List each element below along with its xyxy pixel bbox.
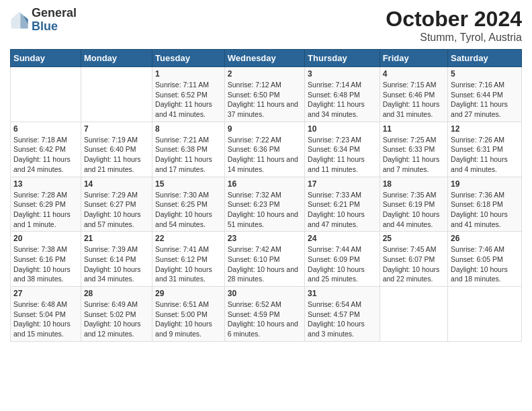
day-info: Sunrise: 7:19 AM Sunset: 6:40 PM Dayligh… (84, 135, 149, 175)
day-number: 2 (228, 69, 302, 79)
day-number: 7 (84, 124, 149, 134)
calendar-cell (380, 287, 447, 342)
day-info: Sunrise: 7:35 AM Sunset: 6:19 PM Dayligh… (383, 190, 445, 230)
day-number: 6 (13, 124, 78, 134)
calendar-cell: 27Sunrise: 6:48 AM Sunset: 5:04 PM Dayli… (11, 287, 81, 342)
day-info: Sunrise: 6:49 AM Sunset: 5:02 PM Dayligh… (84, 300, 149, 339)
day-info: Sunrise: 7:15 AM Sunset: 6:46 PM Dayligh… (383, 80, 445, 120)
calendar-cell (81, 67, 152, 122)
day-info: Sunrise: 7:22 AM Sunset: 6:36 PM Dayligh… (228, 135, 302, 175)
calendar-cell: 28Sunrise: 6:49 AM Sunset: 5:02 PM Dayli… (81, 287, 152, 342)
day-number: 26 (451, 234, 519, 243)
day-info: Sunrise: 7:32 AM Sunset: 6:23 PM Dayligh… (228, 190, 302, 230)
day-info: Sunrise: 7:42 AM Sunset: 6:10 PM Dayligh… (228, 244, 302, 284)
calendar-cell: 15Sunrise: 7:30 AM Sunset: 6:25 PM Dayli… (152, 177, 225, 232)
day-number: 21 (84, 234, 149, 243)
day-number: 4 (383, 69, 445, 79)
day-info: Sunrise: 6:54 AM Sunset: 4:57 PM Dayligh… (308, 300, 377, 339)
title-month: October 2024 (386, 7, 522, 32)
logo-general: General (32, 6, 77, 19)
calendar-cell: 25Sunrise: 7:45 AM Sunset: 6:07 PM Dayli… (380, 232, 447, 287)
day-info: Sunrise: 7:41 AM Sunset: 6:12 PM Dayligh… (155, 244, 222, 284)
calendar-cell (11, 67, 81, 122)
day-info: Sunrise: 6:51 AM Sunset: 5:00 PM Dayligh… (155, 300, 222, 339)
calendar-table: Sunday Monday Tuesday Wednesday Thursday… (10, 49, 522, 342)
calendar-week-row: 27Sunrise: 6:48 AM Sunset: 5:04 PM Dayli… (11, 287, 522, 342)
logo-blue: Blue (32, 19, 58, 33)
calendar-cell: 5Sunrise: 7:16 AM Sunset: 6:44 PM Daylig… (448, 67, 522, 122)
calendar-cell: 17Sunrise: 7:33 AM Sunset: 6:21 PM Dayli… (305, 177, 380, 232)
calendar-week-row: 13Sunrise: 7:28 AM Sunset: 6:29 PM Dayli… (11, 177, 522, 232)
logo-text: General Blue (32, 7, 77, 34)
col-saturday: Saturday (448, 50, 522, 67)
calendar-cell: 26Sunrise: 7:46 AM Sunset: 6:05 PM Dayli… (448, 232, 522, 287)
calendar-cell: 6Sunrise: 7:18 AM Sunset: 6:42 PM Daylig… (11, 122, 81, 177)
calendar-cell: 12Sunrise: 7:26 AM Sunset: 6:31 PM Dayli… (448, 122, 522, 177)
day-number: 8 (155, 124, 222, 134)
day-info: Sunrise: 7:39 AM Sunset: 6:14 PM Dayligh… (84, 244, 149, 284)
calendar-cell: 7Sunrise: 7:19 AM Sunset: 6:40 PM Daylig… (81, 122, 152, 177)
calendar-cell: 13Sunrise: 7:28 AM Sunset: 6:29 PM Dayli… (11, 177, 81, 232)
day-number: 19 (451, 179, 519, 189)
day-info: Sunrise: 7:14 AM Sunset: 6:48 PM Dayligh… (308, 80, 377, 120)
day-info: Sunrise: 7:46 AM Sunset: 6:05 PM Dayligh… (451, 244, 519, 284)
day-info: Sunrise: 6:52 AM Sunset: 4:59 PM Dayligh… (228, 300, 302, 339)
day-info: Sunrise: 7:28 AM Sunset: 6:29 PM Dayligh… (13, 190, 78, 230)
calendar-cell: 8Sunrise: 7:21 AM Sunset: 6:38 PM Daylig… (152, 122, 225, 177)
calendar-cell: 1Sunrise: 7:11 AM Sunset: 6:52 PM Daylig… (152, 67, 225, 122)
day-number: 24 (308, 234, 377, 243)
day-number: 12 (451, 124, 519, 134)
title-location: Stumm, Tyrol, Austria (386, 32, 522, 44)
col-thursday: Thursday (305, 50, 380, 67)
day-number: 29 (155, 289, 222, 298)
calendar-week-row: 1Sunrise: 7:11 AM Sunset: 6:52 PM Daylig… (11, 67, 522, 122)
day-info: Sunrise: 7:16 AM Sunset: 6:44 PM Dayligh… (451, 80, 519, 120)
day-number: 31 (308, 289, 377, 298)
page-container: General Blue October 2024 Stumm, Tyrol, … (0, 0, 532, 349)
day-info: Sunrise: 7:25 AM Sunset: 6:33 PM Dayligh… (383, 135, 445, 175)
logo-text-block: General Blue (32, 7, 77, 34)
title-block: October 2024 Stumm, Tyrol, Austria (386, 7, 522, 44)
day-info: Sunrise: 7:30 AM Sunset: 6:25 PM Dayligh… (155, 190, 222, 230)
calendar-cell: 19Sunrise: 7:36 AM Sunset: 6:18 PM Dayli… (448, 177, 522, 232)
calendar-cell: 31Sunrise: 6:54 AM Sunset: 4:57 PM Dayli… (305, 287, 380, 342)
calendar-week-row: 6Sunrise: 7:18 AM Sunset: 6:42 PM Daylig… (11, 122, 522, 177)
day-number: 16 (228, 179, 302, 189)
day-info: Sunrise: 7:12 AM Sunset: 6:50 PM Dayligh… (228, 80, 302, 120)
day-number: 20 (13, 234, 78, 243)
day-number: 23 (228, 234, 302, 243)
calendar-cell (448, 287, 522, 342)
calendar-cell: 23Sunrise: 7:42 AM Sunset: 6:10 PM Dayli… (224, 232, 304, 287)
calendar-cell: 4Sunrise: 7:15 AM Sunset: 6:46 PM Daylig… (380, 67, 447, 122)
day-number: 30 (228, 289, 302, 298)
day-info: Sunrise: 6:48 AM Sunset: 5:04 PM Dayligh… (13, 300, 78, 339)
calendar-cell: 29Sunrise: 6:51 AM Sunset: 5:00 PM Dayli… (152, 287, 225, 342)
page-header: General Blue October 2024 Stumm, Tyrol, … (10, 7, 522, 44)
calendar-cell: 22Sunrise: 7:41 AM Sunset: 6:12 PM Dayli… (152, 232, 225, 287)
day-info: Sunrise: 7:36 AM Sunset: 6:18 PM Dayligh… (451, 190, 519, 230)
day-number: 17 (308, 179, 377, 189)
day-number: 1 (155, 69, 222, 79)
day-info: Sunrise: 7:18 AM Sunset: 6:42 PM Dayligh… (13, 135, 78, 175)
calendar-cell: 14Sunrise: 7:29 AM Sunset: 6:27 PM Dayli… (81, 177, 152, 232)
day-info: Sunrise: 7:44 AM Sunset: 6:09 PM Dayligh… (308, 244, 377, 284)
col-monday: Monday (81, 50, 152, 67)
calendar-cell: 18Sunrise: 7:35 AM Sunset: 6:19 PM Dayli… (380, 177, 447, 232)
day-number: 14 (84, 179, 149, 189)
calendar-week-row: 20Sunrise: 7:38 AM Sunset: 6:16 PM Dayli… (11, 232, 522, 287)
calendar-cell: 11Sunrise: 7:25 AM Sunset: 6:33 PM Dayli… (380, 122, 447, 177)
calendar-cell: 10Sunrise: 7:23 AM Sunset: 6:34 PM Dayli… (305, 122, 380, 177)
logo: General Blue (10, 7, 77, 34)
day-info: Sunrise: 7:29 AM Sunset: 6:27 PM Dayligh… (84, 190, 149, 230)
day-info: Sunrise: 7:11 AM Sunset: 6:52 PM Dayligh… (155, 80, 222, 120)
day-number: 25 (383, 234, 445, 243)
calendar-cell: 2Sunrise: 7:12 AM Sunset: 6:50 PM Daylig… (224, 67, 304, 122)
day-number: 27 (13, 289, 78, 298)
day-number: 11 (383, 124, 445, 134)
col-sunday: Sunday (11, 50, 81, 67)
day-info: Sunrise: 7:21 AM Sunset: 6:38 PM Dayligh… (155, 135, 222, 175)
calendar-cell: 3Sunrise: 7:14 AM Sunset: 6:48 PM Daylig… (305, 67, 380, 122)
day-info: Sunrise: 7:26 AM Sunset: 6:31 PM Dayligh… (451, 135, 519, 175)
logo-icon (10, 11, 29, 30)
col-friday: Friday (380, 50, 447, 67)
